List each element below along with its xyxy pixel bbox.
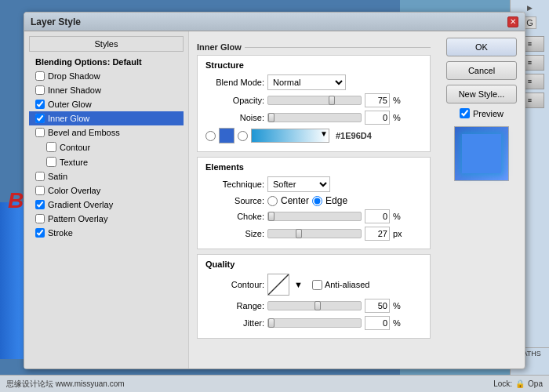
- opacity-thumb[interactable]: [329, 96, 335, 105]
- quality-subsection: Quality Contour: ▼ Anti-aliased: [197, 254, 431, 339]
- anti-alias-checkbox[interactable]: [312, 280, 322, 290]
- inner-shadow-label: Inner Shadow: [48, 85, 101, 95]
- source-center-radio[interactable]: [267, 196, 278, 206]
- technique-label: Technique:: [205, 180, 264, 189]
- color-overlay-checkbox[interactable]: [35, 186, 45, 195]
- action-panel: OK Cancel New Style... Preview: [438, 31, 525, 368]
- lock-icon: 🔒: [515, 379, 525, 388]
- bevel-emboss-checkbox[interactable]: [35, 128, 45, 137]
- close-button[interactable]: ✕: [507, 16, 518, 27]
- texture-checkbox[interactable]: [46, 157, 56, 167]
- color-swatch[interactable]: [219, 128, 235, 143]
- jitter-unit: %: [393, 318, 407, 328]
- preview-box: [454, 126, 509, 181]
- range-row: Range: %: [205, 299, 422, 313]
- satin-item[interactable]: Satin: [29, 169, 184, 183]
- gradient-overlay-item[interactable]: Gradient Overlay: [29, 198, 184, 212]
- size-input[interactable]: [365, 227, 390, 241]
- opacity-label: Opacity:: [205, 96, 264, 105]
- color-overlay-item[interactable]: Color Overlay: [29, 183, 184, 198]
- outer-glow-label: Outer Glow: [48, 100, 92, 109]
- bottom-bar: 思缘设计论坛 www.missyuan.com Lock: 🔒 Opa: [0, 375, 549, 392]
- drop-shadow-checkbox[interactable]: [35, 71, 45, 81]
- gradient-arrow: ▼: [320, 129, 328, 138]
- outer-glow-item[interactable]: Outer Glow: [29, 97, 184, 111]
- section-divider: [245, 47, 431, 48]
- inner-glow-checkbox[interactable]: [35, 114, 45, 123]
- hex-value: #1E96D4: [336, 131, 372, 140]
- anti-alias-label: Anti-aliased: [325, 280, 369, 289]
- choke-thumb[interactable]: [268, 212, 274, 221]
- stroke-checkbox[interactable]: [35, 228, 45, 238]
- stroke-label: Stroke: [48, 228, 73, 238]
- top-arrow: ▶: [527, 4, 533, 12]
- blend-mode-row: Blend Mode: Normal: [205, 74, 422, 90]
- noise-row: Noise: %: [205, 111, 422, 125]
- new-style-button[interactable]: New Style...: [446, 85, 517, 103]
- anti-alias-container: Anti-aliased: [312, 280, 369, 290]
- blending-options-item[interactable]: Blending Options: Default: [29, 55, 184, 69]
- technique-select[interactable]: Softer: [267, 176, 330, 192]
- blending-options-label: Blending Options: Default: [35, 57, 142, 67]
- technique-row: Technique: Softer: [205, 176, 422, 192]
- contour-dropdown-arrow[interactable]: ▼: [294, 280, 303, 289]
- pattern-overlay-checkbox[interactable]: [35, 214, 45, 223]
- jitter-slider[interactable]: [267, 318, 362, 328]
- preview-checkbox[interactable]: [460, 108, 470, 118]
- gradient-overlay-checkbox[interactable]: [35, 200, 45, 209]
- choke-input[interactable]: [365, 209, 390, 223]
- satin-label: Satin: [48, 172, 67, 181]
- noise-thumb[interactable]: [268, 113, 274, 122]
- opacity-unit: %: [393, 96, 407, 105]
- drop-shadow-label: Drop Shadow: [48, 71, 100, 81]
- range-thumb[interactable]: [314, 301, 321, 310]
- range-input[interactable]: [365, 299, 390, 313]
- inner-shadow-checkbox[interactable]: [35, 85, 45, 95]
- ok-button[interactable]: OK: [446, 38, 517, 56]
- jitter-thumb[interactable]: [268, 318, 274, 328]
- range-slider[interactable]: [267, 301, 362, 310]
- size-thumb[interactable]: [296, 229, 302, 238]
- noise-input[interactable]: [365, 111, 390, 125]
- pattern-overlay-item[interactable]: Pattern Overlay: [29, 212, 184, 226]
- contour-preview-btn[interactable]: [267, 274, 289, 296]
- structure-subsection: Structure Blend Mode: Normal Opacity: %: [197, 55, 431, 152]
- noise-slider[interactable]: [267, 113, 362, 122]
- inner-shadow-item[interactable]: Inner Shadow: [29, 83, 184, 97]
- drop-shadow-item[interactable]: Drop Shadow: [29, 69, 184, 83]
- color-row: ▼ #1E96D4: [205, 128, 422, 143]
- inner-glow-item[interactable]: Inner Glow: [29, 111, 184, 125]
- styles-sidebar: Styles Blending Options: Default Drop Sh…: [24, 31, 189, 368]
- contour-checkbox[interactable]: [46, 142, 56, 152]
- choke-slider[interactable]: [267, 212, 362, 221]
- color-gradient-radio[interactable]: [238, 131, 248, 141]
- contour-item[interactable]: Contour: [29, 140, 184, 154]
- gradient-preview[interactable]: [251, 129, 329, 143]
- blend-mode-label: Blend Mode:: [205, 78, 264, 87]
- contour-label: Contour:: [205, 280, 264, 289]
- gradient-container: ▼: [251, 129, 329, 143]
- opacity-slider[interactable]: [267, 96, 362, 105]
- satin-checkbox[interactable]: [35, 172, 45, 181]
- dialog-title: Layer Style: [31, 16, 81, 27]
- choke-row: Choke: %: [205, 209, 422, 223]
- source-edge-radio[interactable]: [312, 196, 322, 206]
- choke-unit: %: [393, 212, 407, 221]
- structure-title: Structure: [205, 60, 422, 70]
- texture-item[interactable]: Texture: [29, 154, 184, 169]
- elements-subsection: Elements Technique: Softer Source: Cente…: [197, 157, 431, 249]
- jitter-input[interactable]: [365, 316, 390, 330]
- lock-label: Lock:: [493, 379, 512, 388]
- color-solid-radio[interactable]: [205, 131, 216, 141]
- color-overlay-label: Color Overlay: [48, 186, 100, 195]
- size-slider[interactable]: [267, 229, 362, 238]
- bevel-emboss-item[interactable]: Bevel and Emboss: [29, 125, 184, 140]
- quality-title: Quality: [205, 260, 422, 269]
- cancel-button[interactable]: Cancel: [446, 61, 517, 80]
- blend-mode-select[interactable]: Normal: [267, 74, 346, 90]
- bevel-emboss-label: Bevel and Emboss: [48, 128, 120, 137]
- contour-label: Contour: [60, 143, 90, 152]
- stroke-item[interactable]: Stroke: [29, 226, 184, 240]
- outer-glow-checkbox[interactable]: [35, 100, 45, 109]
- opacity-input[interactable]: [365, 93, 390, 107]
